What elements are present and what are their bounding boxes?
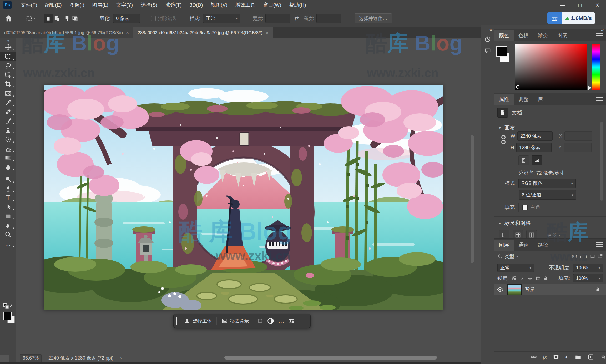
foreground-color-swatch[interactable]	[496, 46, 507, 57]
new-group-icon[interactable]	[575, 353, 582, 360]
more-options-icon[interactable]: …	[277, 316, 286, 325]
rectangle-tool[interactable]	[0, 211, 16, 221]
orientation-landscape-icon[interactable]	[532, 155, 542, 165]
hand-tool[interactable]	[0, 221, 16, 230]
minimize-button[interactable]: —	[554, 0, 571, 10]
expand-panels-icon[interactable]: «	[481, 25, 494, 32]
menu-type[interactable]: 文字(Y)	[112, 0, 137, 10]
hue-slider-marker[interactable]	[588, 86, 592, 90]
properties-scrollbar[interactable]	[600, 122, 603, 201]
menu-filter[interactable]: 滤镜(T)	[161, 0, 185, 10]
maximize-button[interactable]: □	[571, 0, 589, 10]
add-layer-mask-icon[interactable]	[553, 353, 559, 360]
tab-patterns[interactable]: 图案	[553, 30, 572, 41]
lock-artboard-icon[interactable]	[536, 276, 540, 281]
style-dropdown[interactable]: 正常▾	[203, 14, 240, 23]
layer-effects-icon[interactable]: fx	[543, 354, 547, 360]
tool-preset-marquee-icon[interactable]: ▾	[23, 15, 38, 22]
menu-layer[interactable]: 图层(L)	[88, 0, 112, 10]
blur-tool[interactable]	[0, 162, 16, 171]
close-button[interactable]: ×	[589, 0, 606, 10]
panel-menu-icon[interactable]	[596, 241, 603, 248]
width-value-field[interactable]: 2240 像素	[517, 131, 553, 141]
collapse-dock-icon[interactable]: »	[601, 26, 603, 32]
tab-layers[interactable]: 图层	[494, 240, 514, 251]
menu-image[interactable]: 图像(I)	[66, 0, 88, 10]
link-dimensions-icon[interactable]	[500, 134, 507, 145]
document-tab-2[interactable]: 288a0002cd0ad681b24ba294d6ca9a70.jpg @ 6…	[133, 27, 273, 38]
panel-menu-icon[interactable]	[596, 32, 603, 38]
pen-tool[interactable]	[0, 184, 16, 193]
hue-slider[interactable]	[592, 44, 600, 90]
height-input[interactable]	[316, 14, 341, 23]
tab-close-icon[interactable]: ×	[266, 30, 269, 36]
lock-pixels-icon[interactable]	[520, 276, 524, 281]
tab-libraries[interactable]: 库	[533, 94, 548, 105]
canvas-section-header[interactable]: ▼ 画布	[494, 120, 606, 133]
taskbar-grip-handle[interactable]	[176, 317, 177, 325]
foreground-color-swatch[interactable]	[3, 312, 12, 320]
lock-position-icon[interactable]	[528, 276, 532, 281]
frame-tool[interactable]	[0, 89, 16, 98]
tab-close-icon[interactable]: ×	[126, 30, 129, 36]
bit-depth-dropdown[interactable]: 8 位/通道▾	[519, 190, 576, 200]
foreground-background-swatches[interactable]	[3, 312, 15, 324]
x-value-field[interactable]	[564, 131, 592, 141]
status-zoom-level[interactable]: 66.67%	[20, 354, 42, 362]
filter-adjustment-layers-icon[interactable]: ◐	[579, 254, 583, 260]
spot-healing-brush-tool[interactable]	[0, 107, 16, 116]
menu-plugins[interactable]: 增效工具	[231, 0, 259, 10]
clone-stamp-tool[interactable]	[0, 125, 16, 135]
width-input[interactable]	[265, 14, 290, 23]
filter-pixel-layers-icon[interactable]	[572, 254, 577, 259]
layer-row-background[interactable]: 背景	[494, 284, 606, 295]
select-subject-button[interactable]: 选择主体	[181, 316, 215, 326]
edit-toolbar-icon[interactable]: …	[0, 239, 16, 248]
eyedropper-tool[interactable]	[0, 98, 16, 107]
artwork-image[interactable]	[44, 85, 443, 310]
layer-name[interactable]: 背景	[525, 286, 535, 293]
lasso-tool[interactable]	[0, 61, 16, 70]
menu-file[interactable]: 文件(F)	[17, 0, 41, 10]
home-icon[interactable]	[0, 14, 17, 22]
canvas-fill-dropdown[interactable]: 白色	[522, 204, 540, 211]
menu-edit[interactable]: 编辑(E)	[41, 0, 65, 10]
cloud-sync-badge[interactable]: 云 1.6MB/s	[547, 12, 595, 24]
filter-shape-layers-icon[interactable]	[590, 254, 595, 259]
object-selection-tool[interactable]	[0, 70, 16, 79]
zoom-tool[interactable]	[0, 230, 16, 239]
more-dropdown[interactable]: 更多▾	[547, 232, 560, 239]
history-panel-icon[interactable]	[483, 34, 492, 44]
tab-adjustments[interactable]: 调整	[514, 94, 533, 105]
filter-smart-objects-icon[interactable]	[597, 254, 603, 259]
color-saturation-field[interactable]	[515, 44, 587, 90]
dodge-tool[interactable]	[0, 175, 16, 184]
comments-panel-icon[interactable]	[483, 46, 492, 55]
document-tab-1[interactable]: d02b2f795f98bcaeab0b1dfac1556b1.jpg @ 66…	[0, 27, 133, 38]
rectangular-marquee-tool[interactable]	[0, 52, 16, 61]
add-to-selection-icon[interactable]	[53, 14, 62, 23]
height-value-field[interactable]: 1280 像素	[516, 143, 552, 152]
menu-3d[interactable]: 3D(D)	[186, 0, 207, 10]
remove-background-button[interactable]: 移去背景	[218, 316, 252, 326]
tab-color[interactable]: 颜色	[494, 30, 514, 41]
lock-all-icon[interactable]	[543, 276, 548, 281]
filter-search-icon[interactable]	[497, 254, 503, 259]
new-layer-icon[interactable]	[587, 353, 594, 360]
adjustment-layer-icon[interactable]: ◐	[565, 353, 569, 361]
layer-thumbnail[interactable]	[507, 284, 522, 295]
subtract-from-selection-icon[interactable]	[62, 14, 70, 23]
toolbar-collapse-icon[interactable]: »	[0, 38, 16, 43]
panel-menu-icon[interactable]	[596, 96, 603, 102]
blend-mode-dropdown[interactable]: 正常▾	[497, 264, 534, 272]
color-mode-dropdown[interactable]: RGB 颜色▾	[518, 179, 576, 188]
layer-visibility-eye-icon[interactable]	[496, 286, 504, 293]
crop-tool[interactable]	[0, 79, 16, 89]
opacity-field[interactable]: 100%▾	[573, 264, 603, 272]
link-layers-icon[interactable]	[530, 353, 537, 360]
brush-tool[interactable]	[0, 116, 16, 125]
taskbar-settings-icon[interactable]	[287, 316, 296, 325]
swap-dimensions-icon[interactable]: ⇄	[294, 15, 299, 22]
color-fg-bg-swatches[interactable]	[496, 46, 513, 68]
adjustments-icon[interactable]	[266, 316, 275, 325]
